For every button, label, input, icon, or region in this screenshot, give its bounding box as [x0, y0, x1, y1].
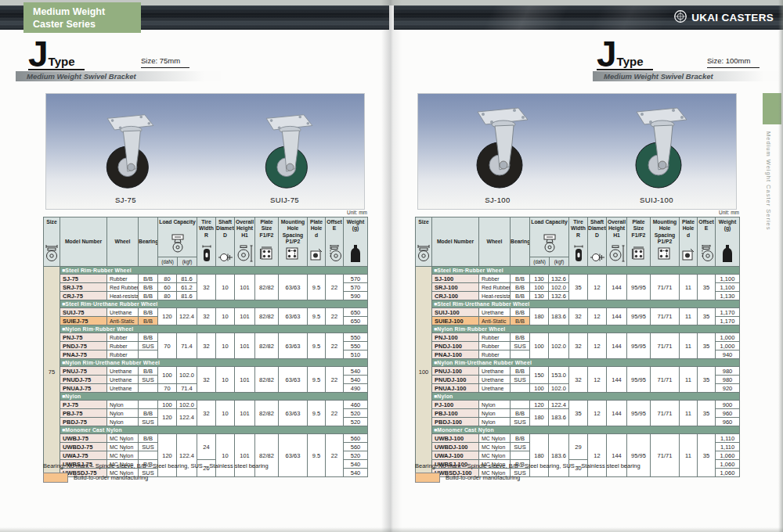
- product-caption: SJ-75: [115, 196, 136, 204]
- data-cell: 81.6: [177, 292, 197, 300]
- data-cell: 132.6: [549, 292, 569, 300]
- plate-hole-icon: [308, 247, 325, 264]
- data-cell: 1,000: [716, 333, 740, 342]
- data-cell: [511, 451, 530, 460]
- spec-table-100mm: SizeModel NumberWheelBearingLoad Capacit…: [415, 217, 740, 477]
- data-cell: 510: [344, 350, 368, 359]
- wheel-type-cell: Urethane: [479, 384, 511, 393]
- data-cell: 1,000: [716, 342, 740, 350]
- data-cell: 71.4: [177, 333, 197, 359]
- wheel-type-cell: Nylon: [107, 418, 139, 426]
- mounting-hole-icon: [651, 246, 679, 264]
- data-cell: 100: [530, 384, 549, 393]
- data-cell: 82/82: [255, 367, 279, 393]
- col-header-wheel: Wheel: [479, 217, 511, 267]
- data-cell: 540: [344, 367, 368, 376]
- col-header-load-capacity: Load Capacity(daN)(kgf): [158, 217, 197, 267]
- build-to-order-label: Build-to-order manufacturing: [74, 474, 148, 481]
- data-cell: 183.6: [549, 308, 569, 325]
- model-number-cell: PBDJ-75: [60, 418, 107, 426]
- data-cell: 550: [344, 342, 368, 350]
- group-band-label: ■Nylon Rim·Rubber Wheel: [60, 325, 368, 333]
- data-cell: 1,170: [716, 317, 740, 325]
- data-cell: 9.5: [308, 367, 326, 393]
- data-cell: 590: [344, 292, 368, 300]
- data-cell: 940: [716, 350, 740, 359]
- data-cell: 920: [716, 384, 740, 393]
- offset-icon: [698, 244, 715, 264]
- data-cell: 650: [344, 317, 368, 325]
- wheel-type-cell: Rubber: [479, 333, 511, 342]
- product-photo-panel-75: SJ-75 SUIJ-75: [45, 93, 365, 210]
- bearing-note-75: Bearing: No mark – Spindle sleeve, B/B –…: [43, 462, 269, 469]
- data-cell: 144: [607, 367, 627, 393]
- col-header-plate-hole: PlateHoled: [680, 217, 698, 267]
- data-cell: 101: [235, 275, 255, 300]
- type-word: Type: [617, 55, 644, 68]
- data-cell: SUS: [511, 443, 530, 451]
- data-cell: 10: [216, 434, 235, 477]
- data-cell: 180: [530, 409, 549, 426]
- model-number-cell: PNJ-100: [432, 333, 479, 342]
- model-number-cell: PBJ-100: [432, 409, 479, 418]
- type-letter: J: [28, 40, 47, 69]
- col-header-offset: OffsetE: [326, 217, 344, 267]
- size-label-75: Size: 75mm: [141, 56, 189, 68]
- wheel-type-cell: Rubber: [107, 275, 139, 283]
- bearing-note-100: Bearing: No mark – Spindle sleeve, B/B –…: [415, 462, 640, 469]
- size-cell: 100: [416, 267, 432, 477]
- data-cell: 63/63: [279, 434, 308, 477]
- data-cell: 120: [158, 409, 177, 426]
- series-title-box: Medium Weight Caster Series: [23, 2, 141, 33]
- wheel-type-cell: Nylon: [479, 401, 511, 409]
- model-number-cell: PNUAJ-75: [60, 384, 107, 393]
- col-header-mounting-hole-spacing: MountingHole SpacingP1/P2: [279, 217, 308, 267]
- data-cell: 71/71: [651, 308, 680, 325]
- data-cell: 100: [530, 333, 549, 359]
- col-header-plate-size: PlateSizeF1/F2: [627, 217, 651, 267]
- data-cell: 35: [569, 401, 588, 426]
- data-cell: 12: [588, 308, 607, 325]
- data-cell: 71/71: [651, 401, 680, 426]
- data-cell: 540: [344, 376, 368, 384]
- brand-name: UKAI CASTERS: [691, 12, 774, 23]
- wheel-type-cell: Urethane: [107, 308, 139, 317]
- group-band-label: ■Monomer Cast Nylon: [60, 426, 368, 434]
- data-cell: 1,170: [716, 308, 740, 317]
- data-cell: 132.6: [549, 275, 569, 283]
- data-cell: 81.6: [177, 275, 197, 283]
- product-caption: SUIJ-100: [640, 196, 673, 204]
- data-cell: 120: [158, 308, 177, 325]
- data-cell: 560: [344, 443, 368, 451]
- data-cell: 10: [216, 333, 235, 359]
- wheel-type-cell: Rubber: [479, 342, 511, 350]
- model-number-cell: PJ-100: [432, 401, 479, 409]
- caster-photo-sj100: [460, 104, 536, 195]
- overall-height-icon: [607, 244, 626, 264]
- model-number-cell: SUIJ-75: [60, 308, 107, 317]
- data-cell: 120: [158, 434, 177, 477]
- model-number-cell: UWBJ-100: [432, 434, 479, 443]
- group-band-label: ■Nylon: [432, 393, 740, 401]
- data-cell: 144: [607, 308, 627, 325]
- data-cell: B/B: [511, 434, 530, 443]
- data-cell: 12: [588, 275, 607, 300]
- data-cell: 980: [716, 376, 740, 384]
- data-cell: 120: [530, 401, 549, 409]
- data-cell: [511, 401, 530, 409]
- data-cell: 122.4: [177, 434, 197, 477]
- data-cell: 95/95: [627, 308, 651, 325]
- group-band-label: ■Nylon Rim·Rubber Wheel: [432, 325, 740, 333]
- data-cell: 32: [197, 333, 216, 359]
- data-cell: 95/95: [627, 367, 651, 393]
- tire-width-icon: [569, 244, 587, 264]
- col-header-mounting-hole-spacing: MountingHole SpacingP1/P2: [651, 217, 680, 267]
- data-cell: 540: [344, 460, 368, 469]
- load-capacity-icon: [158, 234, 197, 256]
- data-cell: 130: [530, 275, 549, 283]
- data-cell: 71/71: [651, 275, 680, 300]
- caster-illustration: [460, 104, 536, 192]
- model-number-cell: PNJ-75: [60, 333, 107, 342]
- data-cell: 80: [158, 275, 177, 283]
- model-number-cell: PNUJ-100: [432, 367, 479, 376]
